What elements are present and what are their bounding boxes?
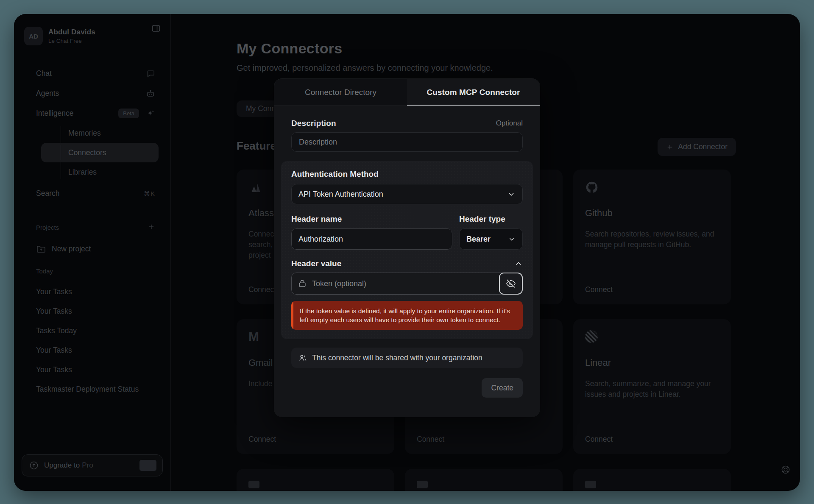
connector-card-cutoff — [573, 469, 731, 491]
sidebar-item-chat[interactable]: Chat — [23, 64, 161, 84]
avatar: AD — [24, 27, 43, 45]
account-info: Abdul Davids Le Chat Free — [48, 28, 95, 44]
connect-button[interactable]: Connect — [248, 435, 276, 444]
sidebar-item-agents[interactable]: Agents — [23, 84, 161, 103]
create-button[interactable]: Create — [482, 378, 523, 398]
authentication-method-label: Authentication Method — [291, 170, 523, 179]
sidebar-item-label: Search — [36, 189, 59, 198]
pro-card-thumbnail — [139, 460, 156, 471]
sidebar-item-connectors[interactable]: Connectors — [41, 143, 159, 162]
sidebar-item-label: Connectors — [68, 148, 106, 157]
sidebar-item-label: Libraries — [68, 168, 97, 177]
folder-plus-icon — [36, 244, 46, 254]
card-description: Search repositories, review issues, and … — [585, 229, 719, 250]
add-connector-button[interactable]: Add Connector — [658, 138, 736, 156]
tab-connector-directory[interactable]: Connector Directory — [274, 79, 407, 106]
connect-button[interactable]: Connect — [417, 435, 444, 444]
optional-hint: Optional — [496, 119, 523, 128]
modal-tabs: Connector Directory Custom MCP Connector — [274, 79, 540, 106]
circle-up-icon — [29, 460, 39, 471]
list-item[interactable]: Tasks Today — [23, 321, 161, 340]
upgrade-to-pro-button[interactable]: Upgrade to Pro — [22, 454, 163, 476]
eye-off-icon[interactable] — [499, 273, 523, 295]
header-value-label: Header value — [291, 259, 341, 268]
header-name-label: Header name — [291, 214, 452, 224]
gmail-glyph: M — [248, 330, 259, 343]
share-notice-text: This connector will be shared with your … — [312, 354, 482, 362]
authentication-method-select[interactable]: API Token Authentication — [291, 184, 523, 204]
list-item[interactable]: Your Tasks — [23, 360, 161, 379]
help-icon[interactable] — [781, 465, 791, 475]
sparkle-icon — [146, 109, 155, 118]
warning-text: If the token value is defined, it will a… — [293, 301, 523, 330]
card-title: Github — [585, 208, 719, 219]
new-project-button[interactable]: New project — [23, 239, 161, 259]
today-section-label: Today — [23, 265, 161, 277]
card-icon-placeholder — [585, 481, 596, 488]
token-warning: If the token value is defined, it will a… — [291, 301, 523, 330]
sidebar-item-memories[interactable]: Memories — [23, 123, 161, 143]
sidebar-item-libraries[interactable]: Libraries — [23, 162, 161, 182]
sidebar-item-search[interactable]: Search ⌘K — [23, 184, 161, 203]
connector-card-cutoff — [405, 469, 563, 491]
authentication-panel: Authentication Method API Token Authenti… — [281, 161, 533, 339]
account-header[interactable]: AD Abdul Davids Le Chat Free — [14, 14, 170, 45]
connect-button[interactable]: Connect — [585, 285, 613, 294]
token-field — [291, 273, 523, 295]
header-name-input[interactable] — [291, 228, 452, 250]
panel-collapse-icon[interactable] — [151, 23, 161, 35]
selected-method: API Token Authentication — [298, 190, 383, 199]
card-description: Search, summarize, and manage your issue… — [585, 379, 719, 400]
intelligence-subnav: Memories Connectors Libraries — [23, 123, 161, 182]
github-icon — [585, 181, 719, 196]
account-name: Abdul Davids — [48, 28, 95, 36]
chevron-down-icon — [507, 190, 516, 198]
page-title: My Connectors — [237, 40, 800, 57]
connect-button[interactable]: Connec — [248, 285, 274, 294]
desktop-background: AD Abdul Davids Le Chat Free Chat Ag — [0, 0, 814, 504]
share-notice: This connector will be shared with your … — [291, 348, 523, 368]
page-subtitle: Get improved, personalized answers by co… — [237, 63, 800, 73]
plus-icon[interactable] — [148, 223, 155, 232]
task-list: Your Tasks Your Tasks Tasks Today Your T… — [23, 282, 161, 399]
linear-icon — [585, 330, 719, 345]
sidebar-item-intelligence[interactable]: Intelligence Beta — [23, 103, 161, 123]
modal-body: Description Optional Authentication Meth… — [274, 106, 540, 398]
sidebar-item-label: Chat — [36, 69, 52, 78]
bot-icon — [146, 89, 155, 98]
header-fields-row: Header name Header type Bearer — [291, 214, 523, 250]
description-field-header: Description Optional — [291, 119, 523, 128]
list-item[interactable]: Taskmaster Deployment Status — [23, 379, 161, 399]
card-icon-placeholder — [417, 481, 428, 488]
description-label: Description — [291, 119, 336, 128]
list-item[interactable]: Your Tasks — [23, 282, 161, 301]
card-icon-placeholder — [248, 481, 259, 488]
users-icon — [298, 354, 307, 362]
header-type-label: Header type — [459, 214, 523, 224]
list-item[interactable]: Your Tasks — [23, 340, 161, 360]
add-connector-label: Add Connector — [678, 142, 728, 151]
projects-section-label: Projects — [23, 221, 161, 233]
search-shortcut: ⌘K — [144, 190, 155, 198]
sidebar-item-label: Agents — [36, 89, 59, 98]
header-type-select[interactable]: Bearer — [459, 228, 523, 250]
selected-header-type: Bearer — [466, 235, 491, 244]
sidebar-item-label: Intelligence — [36, 109, 74, 118]
custom-mcp-connector-modal: Connector Directory Custom MCP Connector… — [274, 79, 540, 417]
token-input[interactable] — [291, 273, 523, 295]
card-title: Linear — [585, 357, 719, 368]
list-item[interactable]: Your Tasks — [23, 301, 161, 321]
sidebar-nav: Chat Agents Intelligence Beta — [14, 64, 170, 399]
sidebar-item-label: Memories — [68, 129, 101, 138]
description-input[interactable] — [291, 132, 523, 152]
new-project-label: New project — [52, 245, 91, 253]
connector-card-cutoff — [237, 469, 394, 491]
chevron-down-icon — [508, 235, 516, 243]
account-plan: Le Chat Free — [48, 38, 95, 44]
beta-badge: Beta — [118, 109, 139, 118]
plus-icon — [666, 143, 674, 151]
connect-button[interactable]: Connect — [585, 435, 613, 444]
connector-card-linear: Linear Search, summarize, and manage you… — [573, 319, 731, 454]
tab-custom-mcp-connector[interactable]: Custom MCP Connector — [407, 79, 540, 106]
chevron-up-icon[interactable] — [514, 259, 523, 268]
